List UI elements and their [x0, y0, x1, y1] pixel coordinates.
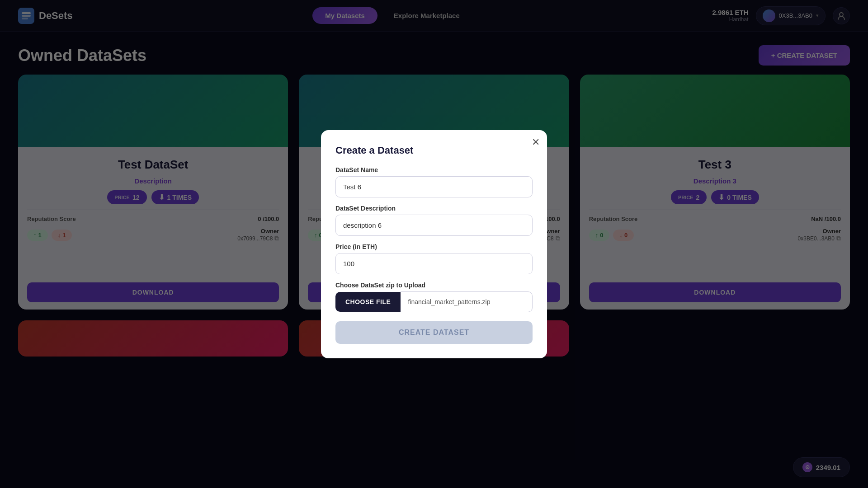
create-dataset-modal-button[interactable]: CREATE DATASET	[335, 321, 533, 344]
modal-file-label: Choose DataSet zip to Upload	[335, 282, 533, 289]
modal-price-input[interactable]	[335, 253, 533, 274]
modal-desc-input[interactable]	[335, 215, 533, 236]
choose-file-button[interactable]: CHOOSE FILE	[335, 292, 401, 312]
modal-close-button[interactable]: ✕	[532, 137, 540, 147]
modal-desc-label: DataSet Description	[335, 205, 533, 212]
modal-name-input[interactable]	[335, 176, 533, 197]
modal-price-label: Price (in ETH)	[335, 243, 533, 250]
file-name-display	[401, 291, 533, 312]
modal-name-label: DataSet Name	[335, 166, 533, 174]
modal-title: Create a Dataset	[335, 145, 533, 156]
modal-overlay[interactable]: ✕ Create a Dataset DataSet Name DataSet …	[0, 0, 868, 488]
create-dataset-modal: ✕ Create a Dataset DataSet Name DataSet …	[321, 130, 547, 358]
file-upload-row: CHOOSE FILE	[335, 291, 533, 312]
